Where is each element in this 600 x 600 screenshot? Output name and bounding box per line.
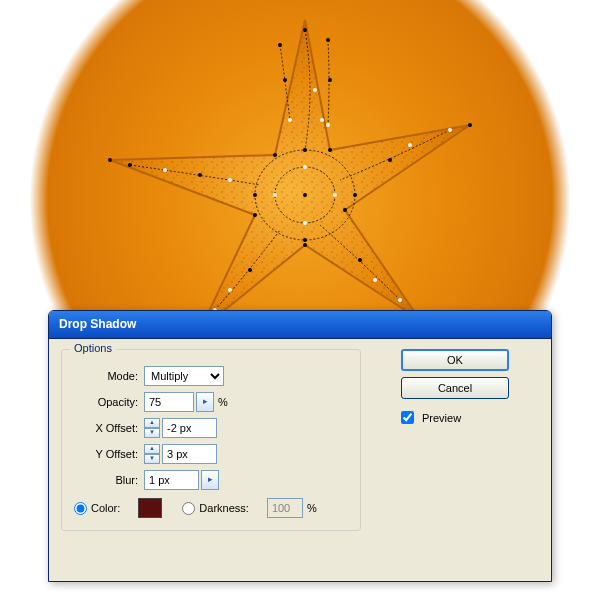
svg-point-18 [303,148,307,152]
ok-button[interactable]: OK [401,349,509,371]
color-swatch[interactable] [138,498,162,518]
svg-point-37 [163,168,167,172]
darkness-radio-label[interactable]: Darkness: [182,502,249,515]
svg-point-5 [303,28,307,32]
svg-point-16 [353,193,357,197]
svg-point-7 [468,123,472,127]
svg-point-42 [303,221,307,225]
xoffset-label: X Offset: [74,422,144,434]
spinner-down-icon[interactable]: ▼ [144,454,160,464]
preview-label: Preview [422,412,461,424]
opacity-flyout-button[interactable]: ▸ [196,392,214,412]
svg-point-36 [228,288,232,292]
blur-flyout-button[interactable]: ▸ [201,470,219,490]
svg-point-30 [320,118,324,122]
svg-point-44 [326,123,330,127]
svg-point-15 [303,193,307,197]
mode-select[interactable]: Multiply [144,366,224,386]
svg-point-22 [388,158,392,162]
color-radio[interactable] [74,502,87,515]
svg-point-31 [448,128,452,132]
svg-point-17 [253,193,257,197]
svg-point-6 [328,148,332,152]
blur-label: Blur: [74,474,144,486]
darkness-unit: % [307,502,317,514]
svg-point-32 [408,143,412,147]
svg-point-25 [198,173,202,177]
svg-point-14 [273,153,277,157]
spinner-up-icon[interactable]: ▲ [144,444,160,454]
options-group: Options Mode: Multiply Opacity: ▸ % X Of… [61,349,361,531]
svg-point-21 [326,38,330,42]
color-radio-text: Color: [91,502,120,514]
spinner-up-icon[interactable]: ▲ [144,418,160,428]
svg-point-10 [303,243,307,247]
svg-point-19 [303,238,307,242]
yoffset-input[interactable] [162,444,217,464]
mode-label: Mode: [74,370,144,382]
svg-point-24 [248,268,252,272]
svg-point-23 [358,258,362,262]
svg-point-39 [333,193,337,197]
svg-point-26 [128,163,132,167]
svg-point-12 [253,213,257,217]
options-legend: Options [70,342,116,354]
xoffset-spinner[interactable]: ▲ ▼ [144,418,160,438]
dialog-titlebar[interactable]: Drop Shadow [49,311,551,339]
spinner-down-icon[interactable]: ▼ [144,428,160,438]
darkness-input [267,498,303,518]
svg-point-8 [343,208,347,212]
svg-point-29 [313,88,317,92]
opacity-input[interactable] [144,392,194,412]
svg-point-41 [303,165,307,169]
svg-point-27 [283,78,287,82]
svg-point-40 [273,193,277,197]
svg-point-13 [108,158,112,162]
svg-point-38 [228,178,232,182]
blur-input[interactable] [144,470,199,490]
color-radio-label[interactable]: Color: [74,502,120,515]
yoffset-label: Y Offset: [74,448,144,460]
darkness-radio-text: Darkness: [199,502,249,514]
yoffset-spinner[interactable]: ▲ ▼ [144,444,160,464]
xoffset-input[interactable] [162,418,217,438]
cancel-button[interactable]: Cancel [401,377,509,399]
svg-point-33 [398,298,402,302]
svg-point-34 [373,278,377,282]
dialog-buttons: OK Cancel Preview [401,349,509,531]
preview-checkbox[interactable] [401,411,414,424]
darkness-radio[interactable] [182,502,195,515]
opacity-label: Opacity: [74,396,144,408]
svg-point-28 [328,78,332,82]
dialog-body: Options Mode: Multiply Opacity: ▸ % X Of… [49,339,551,541]
drop-shadow-dialog: Drop Shadow Options Mode: Multiply Opaci… [48,310,552,582]
svg-point-43 [288,118,292,122]
opacity-unit: % [218,396,228,408]
svg-point-20 [278,43,282,47]
dialog-title: Drop Shadow [59,317,136,331]
